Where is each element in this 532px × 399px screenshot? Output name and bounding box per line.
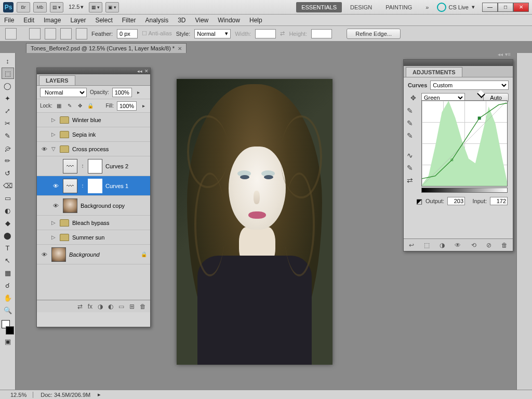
layers-tab[interactable]: LAYERS: [39, 75, 75, 85]
visibility-toggle[interactable]: [40, 233, 48, 242]
window-minimize-button[interactable]: —: [482, 3, 498, 12]
menu-select[interactable]: Select: [95, 17, 112, 24]
expand-arrow-icon[interactable]: ▷: [51, 117, 57, 123]
screenmode-dropdown[interactable]: ▣: [105, 2, 119, 12]
menu-analysis[interactable]: Analysis: [145, 17, 168, 24]
output-input[interactable]: [447, 197, 465, 205]
curve-edit-icon[interactable]: ∿: [407, 151, 413, 159]
layer-row[interactable]: Background copy: [37, 196, 150, 216]
return-icon[interactable]: ↩: [409, 242, 414, 249]
lock-pos-icon[interactable]: ✥: [76, 102, 84, 110]
layer-row[interactable]: ⋮Curves 2: [37, 156, 150, 176]
document-canvas[interactable]: [177, 79, 332, 365]
curves-preset-dropdown[interactable]: Custom: [430, 81, 509, 90]
style-dropdown[interactable]: Normal▾: [194, 29, 231, 38]
layer-fx-icon[interactable]: fx: [88, 303, 92, 310]
status-arrow-icon[interactable]: ▸: [98, 391, 101, 398]
adjustment-layer-icon[interactable]: ◐: [108, 303, 113, 310]
adj-panel-grip[interactable]: [404, 60, 513, 66]
status-zoom[interactable]: 12.5%: [4, 392, 33, 398]
tool-wand[interactable]: ✦: [2, 92, 14, 104]
tool-eyedropper[interactable]: ✂: [2, 117, 14, 129]
tool-history-brush[interactable]: ↺: [2, 167, 14, 179]
fill-input[interactable]: [117, 101, 137, 111]
bridge-button[interactable]: Br: [17, 2, 30, 12]
new-layer-icon[interactable]: ⊞: [129, 303, 135, 310]
lock-all-icon[interactable]: 🔒: [87, 102, 94, 110]
group-icon[interactable]: ▭: [118, 303, 124, 310]
layer-mask-icon[interactable]: ◑: [98, 303, 103, 310]
trash-icon[interactable]: 🗑: [140, 303, 146, 310]
tool-type[interactable]: T: [2, 242, 14, 254]
expand-icon[interactable]: ⬚: [424, 242, 430, 249]
visibility-icon[interactable]: 👁: [455, 242, 461, 249]
tool-gradient[interactable]: ▭: [2, 192, 14, 204]
layer-row[interactable]: Background🔒: [37, 245, 150, 264]
quickmask-toggle[interactable]: ▣: [2, 336, 14, 347]
tool-blur[interactable]: ◐: [2, 205, 14, 216]
menu-view[interactable]: View: [195, 17, 208, 24]
feather-input[interactable]: [117, 29, 138, 38]
curve-smooth-icon[interactable]: ⇄: [407, 176, 413, 184]
zoom-level-dropdown[interactable]: 12.5: [69, 4, 84, 10]
blendmode-dropdown[interactable]: Normal: [40, 88, 87, 97]
panel-grip[interactable]: ◂◂✕: [37, 68, 150, 74]
expand-arrow-icon[interactable]: ▷: [51, 131, 57, 137]
workspace-essentials[interactable]: ESSENTIALS: [296, 2, 342, 12]
eyedropper-white-icon[interactable]: ✎: [407, 131, 413, 140]
tool-path[interactable]: ↖: [2, 255, 14, 266]
tool-move[interactable]: ↕: [2, 55, 14, 66]
opacity-arrow-icon[interactable]: ▸: [135, 89, 142, 96]
window-close-button[interactable]: ✕: [513, 3, 529, 12]
mask-thumb[interactable]: [88, 159, 102, 174]
document-tab[interactable]: Tones_Before2.psd @ 12.5% (Curves 1, Lay…: [26, 43, 187, 53]
menu-help[interactable]: Help: [249, 17, 262, 24]
tool-brush[interactable]: ⌮: [2, 142, 14, 154]
window-maximize-button[interactable]: □: [498, 3, 513, 12]
layer-row[interactable]: ▷Winter blue: [37, 113, 150, 127]
visibility-toggle[interactable]: [51, 182, 60, 190]
tool-marquee[interactable]: ⬚: [2, 68, 14, 79]
panel-collapse-icon[interactable]: ◂◂: [498, 51, 503, 57]
expand-arrow-icon[interactable]: ▽: [51, 146, 57, 152]
minibridge-button[interactable]: Mb: [33, 2, 47, 12]
panel-menu-icon[interactable]: ▾≡: [505, 51, 511, 57]
color-swatch[interactable]: [2, 320, 14, 335]
refine-edge-button[interactable]: Refine Edge...: [347, 29, 401, 39]
visibility-toggle[interactable]: [40, 116, 48, 124]
reset-icon[interactable]: ⊘: [486, 242, 491, 249]
workspace-design[interactable]: DESIGN: [345, 2, 377, 12]
view-extras-dropdown[interactable]: ▤: [50, 2, 63, 12]
layer-row[interactable]: ▽Cross process: [37, 142, 150, 156]
tool-shape[interactable]: ▦: [2, 267, 14, 278]
tool-zoom[interactable]: 🔍: [2, 304, 14, 316]
right-collapsed-dock[interactable]: [516, 53, 532, 390]
visibility-toggle[interactable]: [40, 250, 48, 259]
input-input[interactable]: [490, 197, 508, 205]
prev-state-icon[interactable]: ⟲: [471, 242, 476, 249]
close-tab-icon[interactable]: ✕: [178, 46, 182, 51]
cslive-dropdown[interactable]: CS Live: [437, 3, 475, 12]
layer-row[interactable]: ▷Sepia ink: [37, 127, 150, 142]
tool-crop[interactable]: ⤢: [2, 105, 14, 116]
eyedropper-black-icon[interactable]: ✎: [407, 107, 413, 115]
tool-preset-icon[interactable]: [5, 28, 17, 39]
visibility-toggle[interactable]: [51, 162, 60, 170]
tool-pen[interactable]: ⬤: [2, 230, 14, 241]
workspace-painting[interactable]: PAINTING: [380, 2, 417, 12]
curve-pencil-icon[interactable]: ✎: [407, 164, 413, 172]
visibility-toggle[interactable]: [40, 145, 48, 153]
marquee-int-icon[interactable]: [76, 28, 87, 39]
menu-file[interactable]: File: [4, 17, 14, 24]
workspace-expand[interactable]: »: [420, 2, 434, 12]
tool-3d[interactable]: ☌: [2, 280, 14, 291]
menu-edit[interactable]: Edit: [23, 17, 34, 24]
opacity-input[interactable]: [112, 88, 132, 97]
lock-pixels-icon[interactable]: ✎: [66, 102, 73, 110]
menu-layer[interactable]: Layer: [70, 17, 86, 24]
trash-adj-icon[interactable]: 🗑: [501, 242, 508, 249]
marquee-rect-icon[interactable]: [29, 28, 41, 39]
mask-thumb[interactable]: [88, 179, 102, 193]
menu-filter[interactable]: Filter: [122, 17, 136, 24]
curves-graph[interactable]: [421, 100, 508, 187]
